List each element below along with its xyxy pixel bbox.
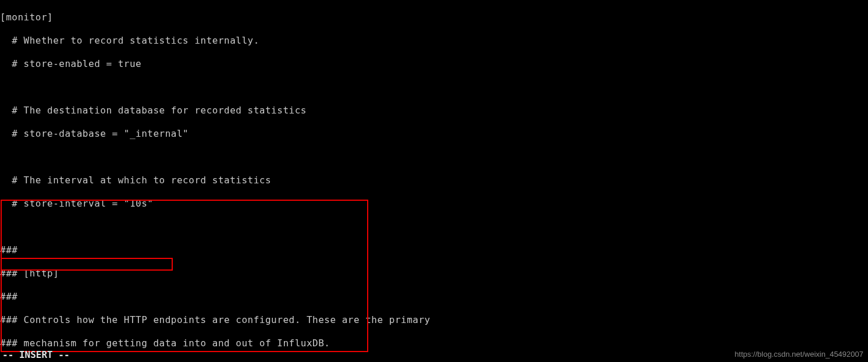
code-line: ### mechanism for getting data into and … <box>0 338 868 349</box>
code-line: # The destination database for recorded … <box>0 105 868 116</box>
code-line: # store-interval = "10s" <box>0 198 868 210</box>
code-line: ### <box>0 291 868 303</box>
code-line: # store-enabled = true <box>0 58 868 70</box>
code-line <box>0 151 868 163</box>
code-line: # store-database = "_internal" <box>0 128 868 140</box>
code-line: # The interval at which to record statis… <box>0 175 868 186</box>
code-line: [monitor] <box>0 12 868 23</box>
code-line: ### Controls how the HTTP endpoints are … <box>0 314 868 326</box>
terminal-editor[interactable]: [monitor] # Whether to record statistics… <box>0 0 868 362</box>
code-line: ### [http] <box>0 268 868 279</box>
code-line <box>0 81 868 93</box>
code-line <box>0 221 868 233</box>
code-line: ### <box>0 244 868 256</box>
editor-mode-indicator: -- INSERT -- <box>2 349 70 360</box>
code-line: # Whether to record statistics internall… <box>0 35 868 47</box>
watermark-text: https://blog.csdn.net/weixin_45492007 <box>735 350 863 359</box>
